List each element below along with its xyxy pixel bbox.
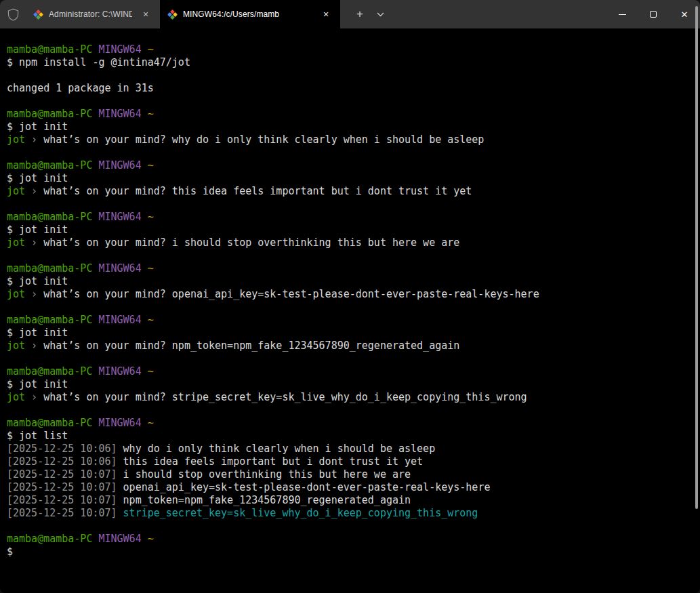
terminal-line: jot › what’s on your mind? stripe_secret… [7, 391, 691, 404]
titlebar-drag-area [390, 0, 606, 28]
terminal-line: mamba@mamba-PC MINGW64 ~ [7, 108, 691, 121]
terminal-line: jot › what’s on your mind? why do i only… [7, 134, 691, 146]
terminal-line: [2025-12-25 10:07] openai_api_key=sk-tes… [7, 481, 691, 494]
terminal-line [7, 520, 691, 533]
maximize-icon [650, 11, 657, 18]
terminal-line: mamba@mamba-PC MINGW64 ~ [7, 159, 691, 172]
terminal-line: [2025-12-25 10:07] i should stop overthi… [7, 468, 691, 481]
terminal-line: [2025-12-25 10:07] stripe_secret_key=sk_… [7, 507, 691, 520]
tab-title: Administrator: C:\WINDOW [49, 9, 132, 19]
terminal-line: $ jot init [7, 378, 691, 391]
tab-administrator[interactable]: Administrator: C:\WINDOW ✕ [26, 0, 160, 28]
terminal-line: mamba@mamba-PC MINGW64 ~ [7, 262, 691, 275]
terminal-line: jot › what’s on your mind? i should stop… [7, 237, 691, 249]
minimize-icon [619, 14, 626, 15]
terminal-line: mamba@mamba-PC MINGW64 ~ [7, 533, 691, 546]
terminal-line: [2025-12-25 10:06] this idea feels impor… [7, 455, 691, 468]
tab-close-icon[interactable]: ✕ [138, 7, 153, 22]
terminal-output[interactable]: mamba@mamba-PC MINGW64 ~$ npm install -g… [0, 28, 700, 593]
terminal-line: jot › what’s on your mind? openai_api_ke… [7, 288, 691, 301]
admin-shield-icon [0, 0, 26, 28]
terminal-line [7, 69, 691, 82]
terminal-line: $ jot init [7, 121, 691, 134]
tab-close-icon[interactable]: ✕ [318, 7, 333, 22]
terminal-line: $ jot list [7, 430, 691, 443]
titlebar: Administrator: C:\WINDOW ✕ MINGW64:/c/Us… [0, 0, 700, 28]
minimize-button[interactable] [606, 0, 638, 28]
close-icon: ✕ [681, 9, 688, 20]
terminal-line: [2025-12-25 10:06] why do i only think c… [7, 443, 691, 455]
maximize-button[interactable] [638, 0, 669, 28]
terminal-line: $ jot init [7, 224, 691, 237]
terminal-line: [2025-12-25 10:07] npm_token=npm_fake_12… [7, 494, 691, 507]
terminal-line: changed 1 package in 31s [7, 82, 691, 95]
git-bash-icon [167, 9, 178, 19]
scrollbar[interactable] [695, 6, 698, 509]
terminal-line: mamba@mamba-PC MINGW64 ~ [7, 211, 691, 224]
chevron-down-icon [377, 12, 384, 17]
tab-title: MINGW64:/c/Users/mamb [183, 9, 312, 19]
terminal-line: jot › what’s on your mind? npm_token=npm… [7, 340, 691, 352]
tab-dropdown-button[interactable] [370, 0, 390, 28]
terminal-line: $ jot init [7, 327, 691, 340]
tab-mingw64[interactable]: MINGW64:/c/Users/mamb ✕ [160, 0, 340, 28]
terminal-line [7, 249, 691, 262]
terminal-line: $ [7, 546, 691, 558]
terminal-window: Administrator: C:\WINDOW ✕ MINGW64:/c/Us… [0, 0, 700, 593]
terminal-line [7, 301, 691, 314]
terminal-line: mamba@mamba-PC MINGW64 ~ [7, 365, 691, 378]
terminal-line: $ npm install -g @intina47/jot [7, 56, 691, 69]
terminal-line: $ jot init [7, 275, 691, 288]
terminal-line: mamba@mamba-PC MINGW64 ~ [7, 43, 691, 56]
terminal-line: $ jot init [7, 172, 691, 185]
terminal-line [7, 198, 691, 211]
terminal-line [7, 404, 691, 417]
git-bash-icon [33, 9, 43, 19]
terminal-line [7, 146, 691, 159]
terminal-line: mamba@mamba-PC MINGW64 ~ [7, 314, 691, 327]
terminal-line [7, 95, 691, 108]
new-tab-button[interactable]: + [350, 0, 370, 28]
terminal-line: mamba@mamba-PC MINGW64 ~ [7, 417, 691, 430]
terminal-line [7, 352, 691, 365]
terminal-line: jot › what’s on your mind? this idea fee… [7, 185, 691, 198]
